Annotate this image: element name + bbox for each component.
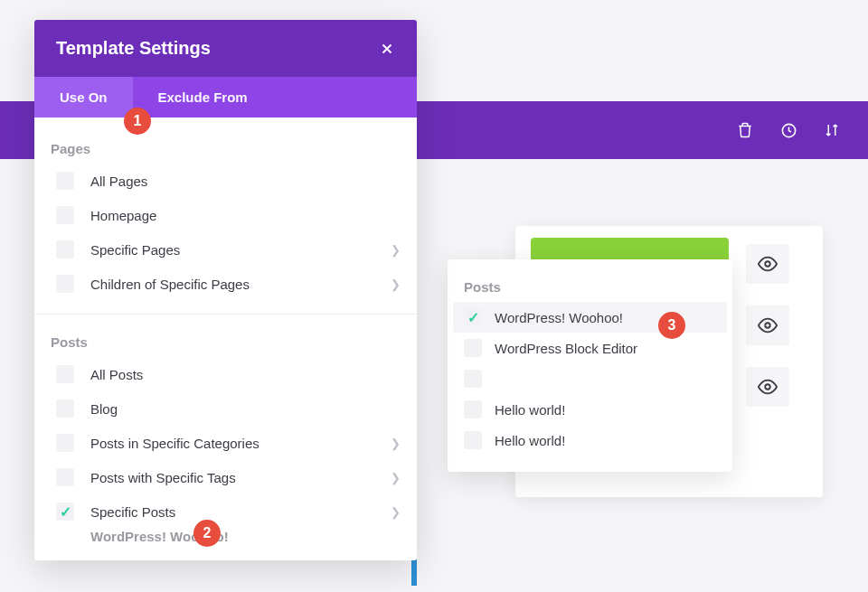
option-specific-pages[interactable]: Specific Pages ❯ — [34, 232, 417, 267]
post-option[interactable]: Hello world! — [448, 394, 732, 425]
checkbox-icon[interactable] — [56, 399, 74, 418]
visibility-toggle[interactable] — [746, 244, 789, 284]
tab-exclude-from[interactable]: Exclude From — [133, 77, 273, 117]
option-all-posts[interactable]: All Posts — [34, 357, 417, 391]
sort-icon[interactable] — [823, 121, 841, 139]
option-label: Specific Pages — [90, 242, 391, 258]
option-label: Hello world! — [495, 433, 716, 448]
option-posts-categories[interactable]: Posts in Specific Categories ❯ — [34, 426, 417, 460]
option-blog[interactable]: Blog — [34, 391, 417, 426]
checkbox-icon[interactable] — [56, 206, 74, 224]
section-pages-label: Pages — [34, 134, 417, 164]
checkbox-icon[interactable] — [464, 308, 482, 326]
post-option[interactable]: Hello world! — [448, 425, 732, 456]
close-icon[interactable] — [379, 41, 395, 57]
modal-title: Template Settings — [56, 38, 211, 59]
tab-use-on[interactable]: Use On — [34, 77, 133, 117]
checkbox-icon[interactable] — [56, 365, 74, 383]
template-settings-modal: Template Settings Use On Exclude From Pa… — [34, 20, 417, 560]
trash-icon[interactable] — [736, 121, 754, 139]
chevron-right-icon: ❯ — [391, 243, 401, 257]
divider — [34, 314, 417, 315]
option-posts-tags[interactable]: Posts with Specific Tags ❯ — [34, 460, 417, 494]
option-label: Hello world! — [495, 402, 716, 418]
tabs: Use On Exclude From — [34, 77, 417, 117]
annotation-2: 2 — [193, 520, 221, 547]
checkbox-icon[interactable] — [56, 240, 74, 258]
checkbox-icon[interactable] — [464, 400, 482, 418]
option-all-pages[interactable]: All Pages — [34, 164, 417, 198]
post-option[interactable] — [448, 363, 732, 394]
history-icon[interactable] — [779, 121, 797, 139]
option-children-specific-pages[interactable]: Children of Specific Pages ❯ — [34, 267, 417, 301]
visibility-toggle[interactable] — [746, 367, 789, 407]
checkbox-icon[interactable] — [56, 275, 74, 293]
post-option[interactable]: WordPress! Woohoo! — [453, 302, 727, 333]
selected-post-detail: WordPress! Woohoo! — [34, 529, 417, 544]
option-label: Children of Specific Pages — [90, 277, 391, 292]
visibility-toggle[interactable] — [746, 305, 789, 345]
chevron-right-icon: ❯ — [391, 505, 401, 519]
popover-section-label: Posts — [448, 279, 732, 302]
svg-point-2 — [765, 323, 770, 328]
checkbox-icon[interactable] — [464, 431, 482, 449]
option-label: Specific Posts — [90, 504, 391, 520]
checkbox-icon[interactable] — [56, 468, 74, 486]
modal-body: Pages All Pages Homepage Specific Pages … — [34, 117, 417, 560]
option-label: All Posts — [90, 367, 401, 382]
option-label: All Pages — [90, 174, 401, 189]
checkbox-icon[interactable] — [464, 339, 482, 357]
post-option[interactable]: WordPress Block Editor — [448, 333, 732, 363]
svg-point-3 — [765, 384, 770, 390]
svg-point-1 — [765, 261, 770, 267]
option-label: Blog — [90, 401, 401, 417]
annotation-1: 1 — [124, 108, 151, 135]
option-homepage[interactable]: Homepage — [34, 198, 417, 232]
option-label: Homepage — [90, 208, 401, 223]
option-specific-posts[interactable]: Specific Posts ❯ — [34, 494, 417, 529]
checkbox-icon[interactable] — [464, 370, 482, 388]
checkbox-icon[interactable] — [56, 434, 74, 452]
chevron-right-icon: ❯ — [391, 471, 401, 484]
modal-header: Template Settings — [34, 20, 417, 77]
checkbox-icon[interactable] — [56, 172, 74, 190]
section-posts-label: Posts — [34, 327, 417, 357]
chevron-right-icon: ❯ — [391, 437, 401, 450]
posts-popover: Posts WordPress! Woohoo! WordPress Block… — [448, 259, 732, 472]
chevron-right-icon: ❯ — [391, 277, 401, 291]
option-label: WordPress Block Editor — [495, 341, 716, 356]
option-label: Posts with Specific Tags — [90, 470, 391, 485]
annotation-3: 3 — [658, 312, 685, 339]
checkbox-icon[interactable] — [56, 503, 74, 521]
option-label: Posts in Specific Categories — [90, 436, 391, 451]
